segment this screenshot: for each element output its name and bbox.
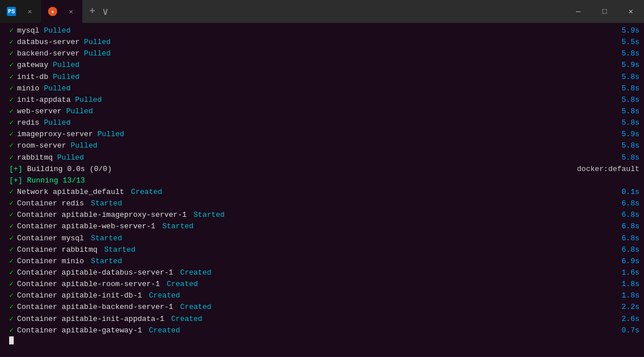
check-icon: ✓	[9, 244, 14, 256]
terminal-line: ✓minio Pulled5.8s	[9, 83, 639, 94]
new-tab-button[interactable]: +	[87, 6, 98, 17]
close-button[interactable]: ✕	[618, 0, 644, 23]
terminal-line: [+] Building 0.0s (0/0)docker:default	[9, 164, 639, 175]
check-icon: ✓	[9, 209, 14, 221]
terminal-line: ✓Container apitable-web-server-1Started6…	[9, 221, 639, 232]
terminal-line: [+] Running 13/13	[9, 175, 639, 187]
terminal-line: ✓Container minioStarted6.9s	[9, 256, 639, 267]
terminal-line: ✓room-server Pulled5.8s	[9, 140, 639, 152]
terminal-line: ✓redis Pulled5.8s	[9, 117, 639, 129]
terminal-line: ✓Network apitable_defaultCreated0.1s	[9, 187, 639, 198]
tab-actions: + ∨	[82, 0, 116, 23]
ubuntu-icon: ●	[48, 7, 57, 16]
terminal-line: ✓rabbitmq Pulled5.8s	[9, 152, 639, 164]
window-controls: — □ ✕	[565, 0, 644, 23]
check-icon: ✓	[9, 302, 14, 313]
terminal-line: ✓Container apitable-databus-server-1Crea…	[9, 267, 639, 279]
terminal-line: ✓web-server Pulled5.8s	[9, 106, 639, 117]
check-icon: ✓	[9, 140, 14, 152]
check-icon: ✓	[9, 233, 14, 244]
title-bar: PS ✕ ● ✕ + ∨ — □ ✕	[0, 0, 644, 23]
ps-icon: PS	[7, 7, 16, 16]
terminal-line: ✓Container apitable-gateway-1Created0.7s	[9, 325, 639, 336]
check-icon: ✓	[9, 221, 14, 232]
check-icon: ✓	[9, 106, 14, 117]
terminal-line: ✓Container apitable-backend-server-1Crea…	[9, 302, 639, 313]
check-icon: ✓	[9, 60, 14, 71]
terminal-line: ✓imageproxy-server Pulled5.9s	[9, 129, 639, 140]
check-icon: ✓	[9, 325, 14, 336]
terminal-line: ✓Container rabbitmqStarted6.8s	[9, 244, 639, 256]
check-icon: ✓	[9, 37, 14, 48]
terminal: ✓mysql Pulled5.9s✓databus-server Pulled5…	[0, 23, 644, 357]
tab-ubuntu-close[interactable]: ✕	[66, 7, 75, 16]
maximize-button[interactable]: □	[591, 0, 618, 23]
terminal-line: ✓Container apitable-init-appdata-1Create…	[9, 314, 639, 325]
check-icon: ✓	[9, 129, 14, 140]
terminal-line: ✓Container apitable-imageproxy-server-1S…	[9, 209, 639, 221]
check-icon: ✓	[9, 117, 14, 129]
check-icon: ✓	[9, 25, 14, 37]
terminal-line: ✓Container redisStarted6.8s	[9, 198, 639, 209]
check-icon: ✓	[9, 256, 14, 267]
terminal-line: ✓databus-server Pulled5.5s	[9, 37, 639, 48]
check-icon: ✓	[9, 279, 14, 290]
check-icon: ✓	[9, 152, 14, 164]
check-icon: ✓	[9, 83, 14, 94]
minimize-button[interactable]: —	[565, 0, 591, 23]
check-icon: ✓	[9, 198, 14, 209]
terminal-line: ✓gateway Pulled5.9s	[9, 60, 639, 71]
check-icon: ✓	[9, 290, 14, 302]
check-icon: ✓	[9, 187, 14, 198]
terminal-line: ✓Container mysqlStarted6.8s	[9, 233, 639, 244]
tab-ps-close[interactable]: ✕	[25, 7, 34, 16]
tab-dropdown-button[interactable]: ∨	[100, 5, 111, 18]
check-icon: ✓	[9, 72, 14, 83]
terminal-line: ✓backend-server Pulled5.8s	[9, 48, 639, 60]
check-icon: ✓	[9, 94, 14, 106]
tab-ubuntu[interactable]: ● ✕	[41, 0, 82, 23]
cursor	[9, 336, 14, 344]
terminal-line: ✓init-db Pulled5.8s	[9, 72, 639, 83]
check-icon: ✓	[9, 314, 14, 325]
terminal-line: ✓mysql Pulled5.9s	[9, 25, 639, 37]
check-icon: ✓	[9, 48, 14, 60]
terminal-line: ✓init-appdata Pulled5.8s	[9, 94, 639, 106]
terminal-line: ✓Container apitable-room-server-1Created…	[9, 279, 639, 290]
terminal-line: ✓Container apitable-init-db-1Created1.8s	[9, 290, 639, 302]
tab-powershell[interactable]: PS ✕	[0, 0, 41, 23]
check-icon: ✓	[9, 267, 14, 279]
terminal-line	[9, 336, 639, 344]
